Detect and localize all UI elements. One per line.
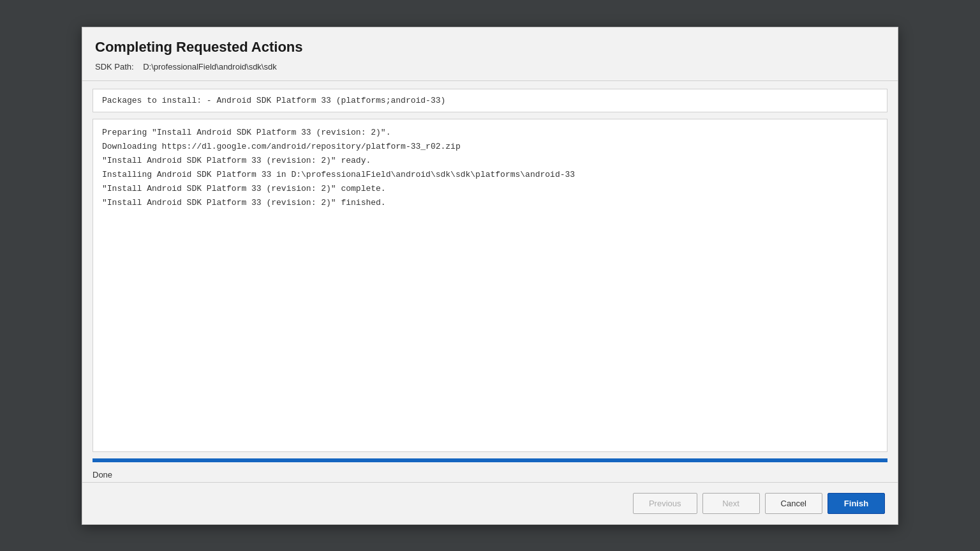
sdk-path-label: SDK Path:	[95, 62, 134, 72]
status-section: Done	[93, 467, 887, 482]
next-button[interactable]: Next	[702, 493, 760, 514]
log-line: Downloading https://dl.google.com/androi…	[102, 140, 878, 154]
packages-line: Packages to install: - Android SDK Platf…	[102, 96, 445, 105]
dialog-body: Packages to install: - Android SDK Platf…	[82, 81, 898, 482]
log-line: "Install Android SDK Platform 33 (revisi…	[102, 182, 878, 196]
sdk-path-value: D:\professionalField\android\sdk\sdk	[143, 62, 277, 72]
cancel-button[interactable]: Cancel	[765, 493, 822, 514]
dialog-title: Completing Requested Actions	[95, 39, 885, 56]
log-line: Preparing "Install Android SDK Platform …	[102, 126, 878, 140]
packages-section: Packages to install: - Android SDK Platf…	[93, 89, 887, 112]
log-section: Preparing "Install Android SDK Platform …	[93, 119, 887, 452]
log-line: "Install Android SDK Platform 33 (revisi…	[102, 154, 878, 168]
log-line: Installing Android SDK Platform 33 in D:…	[102, 168, 878, 182]
finish-button[interactable]: Finish	[828, 493, 885, 514]
status-text: Done	[93, 470, 112, 479]
dialog-header: Completing Requested Actions SDK Path: D…	[82, 27, 898, 81]
log-line: "Install Android SDK Platform 33 (revisi…	[102, 196, 878, 210]
completing-actions-dialog: Completing Requested Actions SDK Path: D…	[82, 27, 898, 525]
progress-bar	[93, 458, 887, 462]
sdk-path: SDK Path: D:\professionalField\android\s…	[95, 62, 885, 72]
previous-button[interactable]: Previous	[633, 493, 697, 514]
dialog-footer: Previous Next Cancel Finish	[82, 482, 898, 524]
